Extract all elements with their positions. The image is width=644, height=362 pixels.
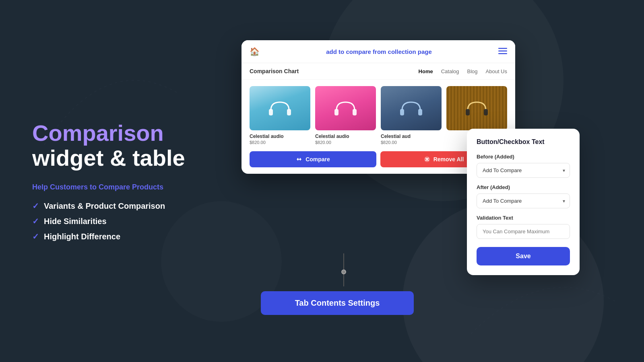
svg-rect-9	[466, 109, 470, 115]
feature-text-3: Highlight Difference	[44, 232, 120, 241]
product-price-2: $820.00	[315, 140, 376, 145]
left-panel: Comparison widget & table Help Customers…	[32, 121, 225, 241]
title-sub: widget & table	[32, 146, 225, 171]
headphone-svg-1	[267, 96, 293, 120]
nav-link-catalog[interactable]: Catalog	[441, 68, 459, 74]
headphone-svg-2	[332, 96, 359, 120]
product-card-1: Celestial audio $820.00	[250, 86, 310, 145]
product-image-4	[446, 86, 507, 130]
headphone-svg-3	[398, 96, 424, 120]
compare-button[interactable]: Compare	[250, 151, 376, 167]
save-button[interactable]: Save	[477, 247, 570, 265]
main-title: Comparison widget & table	[32, 121, 225, 170]
nav-link-blog[interactable]: Blog	[467, 68, 477, 74]
svg-rect-4	[287, 109, 291, 115]
connector-dot	[341, 269, 346, 274]
product-image-1	[250, 86, 310, 130]
store-nav-links: Home Catalog Blog About Us	[419, 68, 507, 74]
save-button-label: Save	[516, 253, 530, 259]
product-name-2: Celestial audio	[315, 134, 376, 139]
after-select[interactable]: Add To Compare	[477, 193, 570, 208]
store-brand: Comparison Chart	[250, 68, 299, 74]
check-icon-3: ✓	[32, 232, 39, 241]
product-name-3: Celestial aud	[381, 134, 442, 139]
connector	[341, 253, 346, 286]
feature-text-1: Variants & Product Comparison	[44, 202, 165, 211]
product-price-3: $820.00	[381, 140, 442, 145]
remove-button-label: Remove All	[433, 156, 464, 162]
window-header: 🏠 add to compare from collection page	[242, 40, 515, 63]
product-image-3	[381, 86, 442, 130]
nav-link-about[interactable]: About Us	[486, 68, 507, 74]
store-nav: Comparison Chart Home Catalog Blog About…	[242, 63, 515, 80]
product-card-3: Celestial aud $820.00	[381, 86, 442, 145]
settings-panel-title: Button/Checkbox Text	[477, 138, 570, 146]
svg-rect-6	[353, 109, 357, 115]
after-select-wrapper: Add To Compare ▾	[477, 193, 570, 208]
feature-text-2: Hide Similarities	[44, 217, 107, 226]
compare-button-label: Compare	[305, 156, 330, 162]
before-label: Before (Added)	[477, 154, 570, 160]
before-select-wrapper: Add To Compare ▾	[477, 163, 570, 178]
product-price-1: $820.00	[250, 140, 310, 145]
svg-rect-3	[269, 109, 273, 115]
validation-input[interactable]	[477, 224, 570, 239]
headphone-svg-4	[464, 96, 490, 120]
remove-icon	[424, 156, 430, 162]
feature-item-1: ✓ Variants & Product Comparison	[32, 201, 225, 211]
subtitle: Help Customers to Compare Products	[32, 183, 225, 191]
feature-item-3: ✓ Highlight Difference	[32, 232, 225, 241]
svg-rect-1	[498, 50, 507, 51]
product-name-1: Celestial audio	[250, 134, 310, 139]
check-icon-1: ✓	[32, 201, 39, 211]
svg-rect-10	[484, 109, 488, 115]
after-label: After (Added)	[477, 184, 570, 190]
svg-rect-2	[498, 53, 507, 54]
svg-rect-5	[334, 109, 339, 115]
title-comparison: Comparison	[32, 121, 225, 146]
window-title: add to compare from collection page	[260, 48, 498, 55]
compare-icon	[296, 156, 302, 162]
feature-item-2: ✓ Hide Similarities	[32, 216, 225, 226]
svg-rect-7	[400, 109, 404, 115]
validation-label: Validation Text	[477, 215, 570, 221]
product-card-2: Celestial audio $820.00	[315, 86, 376, 145]
connector-line-bottom	[343, 274, 344, 286]
svg-rect-0	[498, 48, 507, 49]
check-icon-2: ✓	[32, 216, 39, 226]
svg-rect-8	[418, 109, 422, 115]
connector-line-top	[343, 253, 344, 269]
product-image-2	[315, 86, 376, 130]
before-select[interactable]: Add To Compare	[477, 163, 570, 178]
tab-settings-label: Tab Contents Settings	[295, 298, 380, 307]
feature-list: ✓ Variants & Product Comparison ✓ Hide S…	[32, 201, 225, 241]
home-icon[interactable]: 🏠	[250, 47, 260, 56]
nav-link-home[interactable]: Home	[419, 68, 433, 74]
settings-panel: Button/Checkbox Text Before (Added) Add …	[467, 129, 580, 275]
hamburger-menu-icon[interactable]	[498, 47, 507, 56]
tab-contents-settings-button[interactable]: Tab Contents Settings	[261, 291, 414, 315]
